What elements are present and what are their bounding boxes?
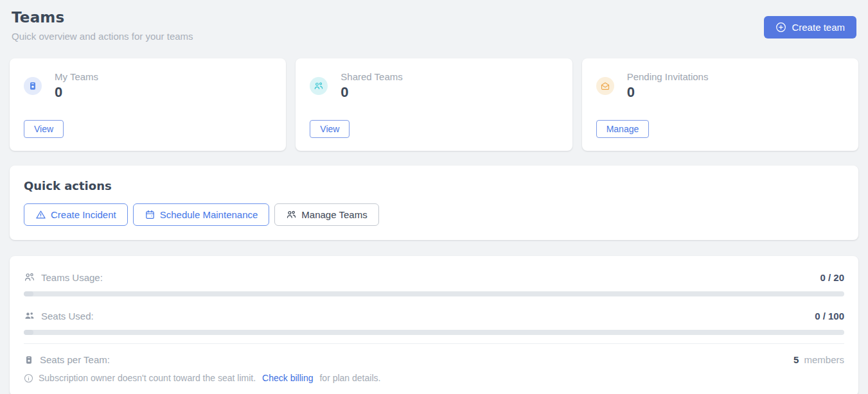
quick-actions-row: Create Incident Schedule Maintenance: [24, 203, 844, 226]
page-header-text: Teams Quick overview and actions for you…: [12, 9, 193, 42]
card-text: Pending Invitations 0: [627, 71, 709, 101]
manage-invitations-button[interactable]: Manage: [596, 120, 650, 138]
teams-usage-row: Teams Usage: 0 / 20: [24, 266, 844, 284]
mail-open-icon: [596, 77, 614, 95]
teams-usage-progress-fill: [24, 291, 33, 296]
page-header: Teams Quick overview and actions for you…: [10, 8, 858, 42]
card-top: Shared Teams 0: [310, 71, 558, 101]
manage-teams-button[interactable]: Manage Teams: [274, 203, 378, 226]
info-icon: [24, 373, 33, 383]
seats-used-progressbar: [24, 330, 844, 335]
teams-usage-value: 0 / 20: [820, 272, 844, 283]
usage-panel: Teams Usage: 0 / 20 Seats Used: 0 / 100: [10, 256, 858, 394]
card-top: My Teams 0: [24, 71, 272, 101]
seats-used-row: Seats Used: 0 / 100: [24, 305, 844, 323]
group-icon: [310, 77, 328, 95]
card-top: Pending Invitations 0: [596, 71, 844, 101]
teams-usage-label: Teams Usage:: [41, 272, 103, 283]
seats-used-label-wrap: Seats Used:: [24, 310, 94, 321]
warning-icon: [35, 209, 46, 220]
check-billing-link[interactable]: Check billing: [262, 373, 313, 383]
card-text: Shared Teams 0: [341, 71, 402, 101]
seats-per-team-unit: members: [804, 354, 844, 365]
badge-icon: [24, 355, 34, 365]
shared-teams-card: Shared Teams 0 View: [296, 58, 572, 151]
card-text: My Teams 0: [55, 71, 98, 101]
group-outline-icon: [24, 271, 35, 283]
teams-page: Teams Quick overview and actions for you…: [0, 0, 868, 394]
seats-used-progress-fill: [24, 330, 33, 335]
seats-per-team-label-wrap: Seats per Team:: [24, 354, 110, 365]
card-label: Shared Teams: [341, 71, 402, 82]
card-value: 0: [55, 84, 98, 101]
create-team-label: Create team: [792, 22, 845, 33]
schedule-maintenance-button[interactable]: Schedule Maintenance: [133, 203, 270, 226]
seats-per-team-number: 5: [793, 354, 799, 365]
create-incident-button[interactable]: Create Incident: [24, 203, 128, 226]
teams-usage-progressbar: [24, 291, 844, 296]
card-label: My Teams: [55, 71, 98, 82]
seats-per-team-row: Seats per Team: 5 members: [24, 349, 844, 366]
calendar-icon: [145, 209, 155, 220]
stat-cards-row: My Teams 0 View Shared Teams: [10, 58, 858, 151]
seats-per-team-label: Seats per Team:: [40, 354, 110, 365]
card-value: 0: [627, 84, 709, 101]
quick-actions-heading: Quick actions: [24, 179, 844, 193]
pending-invitations-card: Pending Invitations 0 Manage: [582, 58, 858, 151]
page-subtitle: Quick overview and actions for your team…: [12, 31, 193, 42]
schedule-maintenance-label: Schedule Maintenance: [160, 209, 258, 220]
manage-teams-label: Manage Teams: [301, 209, 367, 220]
badge-icon: [24, 77, 42, 95]
view-my-teams-button[interactable]: View: [24, 120, 64, 138]
quick-actions-panel: Quick actions Create Incident: [10, 166, 858, 240]
note-suffix: for plan details.: [319, 373, 380, 383]
view-shared-teams-button[interactable]: View: [310, 120, 350, 138]
teams-usage-label-wrap: Teams Usage:: [24, 271, 103, 283]
my-teams-card: My Teams 0 View: [10, 58, 286, 151]
group-icon: [286, 209, 297, 220]
seats-used-value: 0 / 100: [815, 311, 844, 321]
create-team-button[interactable]: Create team: [764, 16, 856, 39]
page-title: Teams: [12, 9, 193, 26]
seats-per-team-value: 5 members: [793, 354, 844, 365]
seat-limit-note: Subscription owner doesn't count toward …: [24, 373, 844, 383]
group-filled-icon: [24, 310, 35, 321]
plus-circle-icon: [775, 22, 786, 33]
card-label: Pending Invitations: [627, 71, 709, 82]
card-value: 0: [341, 84, 402, 101]
create-incident-label: Create Incident: [51, 209, 116, 220]
seats-used-label: Seats Used:: [41, 311, 94, 321]
note-text: Subscription owner doesn't count toward …: [39, 373, 256, 383]
usage-divider: [24, 343, 844, 344]
